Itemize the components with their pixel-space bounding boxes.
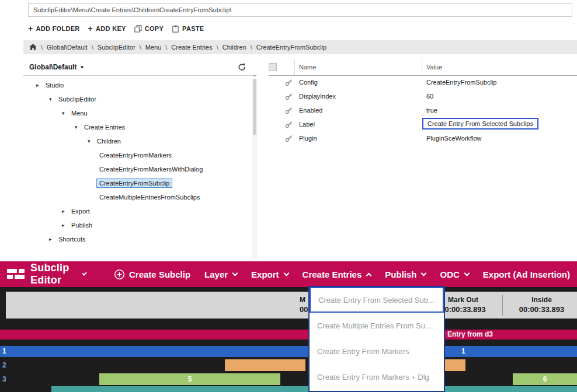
breadcrumb-segment-global-default[interactable]: Global\Default [47, 44, 88, 51]
collapse-arrow-icon[interactable]: ▾ [62, 110, 71, 116]
paste-button[interactable]: PASTE [172, 25, 204, 33]
collapse-arrow-icon[interactable]: ▾ [88, 138, 97, 144]
table-row-config[interactable]: Config CreateEntryFromSubclip [269, 76, 577, 90]
track-3-clip[interactable]: 6 [513, 373, 577, 385]
scrollbar-thumb[interactable] [253, 79, 256, 135]
tree-item-label: Studio [46, 82, 64, 89]
breadcrumb-segment-subclipeditor[interactable]: SubclipEditor [98, 44, 135, 51]
tree-item-menu[interactable]: ▾ Menu [23, 106, 251, 120]
select-all-checkbox[interactable] [269, 63, 277, 71]
main-menu: Create Subclip Layer Export Create Entri… [114, 269, 570, 280]
collapse-arrow-icon[interactable]: ▾ [49, 96, 58, 102]
property-name: DisplayIndex [299, 93, 336, 100]
tree-item-createentryfromsubclip-selected[interactable]: CreateEntryFromSubclip [23, 176, 251, 190]
copy-button[interactable]: COPY [134, 25, 164, 33]
track-3-clip[interactable]: 5 [99, 373, 280, 385]
menu-export[interactable]: Export [251, 270, 288, 279]
menu-item-create-entry-from-selected-subclips[interactable]: Create Entry From Selected Sub... [310, 287, 444, 313]
menu-create-entries-open[interactable]: Create Entries [303, 270, 371, 279]
expand-arrow-icon[interactable]: ▸ [36, 82, 46, 88]
tree-item-publish[interactable]: ▸ Publish [23, 218, 251, 232]
timeline-track-1[interactable]: 1 1 [0, 346, 577, 357]
menu-export-ad-insertion-label: Export (Ad Insertion) [483, 270, 570, 279]
property-name: Enabled [299, 107, 322, 114]
create-subclip-label: Create Subclip [129, 270, 190, 279]
tree-item-label: CreateEntryFromMarkersWithDialog [99, 166, 203, 173]
collapse-arrow-icon[interactable]: ▾ [75, 124, 84, 130]
menu-odc-label: ODC [440, 270, 459, 279]
tree-root-label: Global\Default [29, 63, 77, 71]
breadcrumb-segment-menu[interactable]: Menu [145, 44, 162, 51]
scroll-up-icon[interactable]: ▴ [252, 72, 257, 78]
home-icon[interactable] [29, 44, 37, 51]
menu-item-create-entry-from-markers-dlg[interactable]: Create Entry From Markers + Dlg [310, 364, 444, 390]
create-entries-dropdown: Create Entry From Selected Sub... Create… [308, 286, 445, 392]
copy-label: COPY [145, 25, 164, 32]
breadcrumb-segment-create-entries[interactable]: Create Entries [171, 44, 212, 51]
table-row-enabled[interactable]: Enabled true [269, 104, 577, 118]
table-row-label[interactable]: Label Create Entry From Selected Subclip… [269, 118, 577, 132]
app-title: Subclip Editor [30, 262, 78, 286]
property-value[interactable]: 60 [426, 93, 433, 100]
breadcrumb-separator: \ [41, 44, 43, 51]
menu-export-ad-insertion[interactable]: Export (Ad Insertion) [483, 270, 570, 279]
tree-item-label: CreateEntryFromMarkers [99, 152, 172, 159]
menu-item-create-entry-from-markers[interactable]: Create Entry From Markers [310, 338, 444, 364]
menu-layer-label: Layer [204, 270, 228, 279]
property-value[interactable]: true [426, 107, 437, 114]
expand-arrow-icon[interactable]: ▸ [62, 208, 71, 214]
track-2-clip[interactable] [225, 359, 305, 371]
tree-root-selector[interactable]: Global\Default ▾ [23, 58, 257, 76]
paste-label: PASTE [182, 25, 204, 32]
new-entry-clip[interactable]: New Entry from d3 [0, 330, 577, 340]
tree-scrollbar[interactable] [252, 78, 257, 259]
column-header-name: Name [299, 64, 316, 71]
refresh-icon[interactable] [237, 62, 246, 72]
paste-icon [172, 25, 179, 33]
create-subclip-button[interactable]: Create Subclip [114, 269, 190, 280]
tree-item-createmultipleentriesfromsubclips[interactable]: CreateMultipleEntriesFromSubclips [23, 190, 251, 204]
expand-arrow-icon[interactable]: ▸ [62, 222, 71, 228]
tree-body: ▸ Studio ▾ SubclipEditor ▾ Menu ▾ Create… [23, 78, 251, 259]
app-title-menu[interactable]: Subclip Editor [30, 262, 86, 286]
tree-item-export[interactable]: ▸ Export [23, 204, 251, 218]
tree-item-createentryfrommarkers[interactable]: CreateEntryFromMarkers [23, 148, 251, 162]
breadcrumb-segment-createentryfromsubclip[interactable]: CreateEntryFromSubclip [256, 44, 326, 51]
tree-item-studio[interactable]: ▸ Studio [23, 78, 251, 92]
chevron-down-icon [283, 270, 289, 276]
tree-item-shortcuts[interactable]: ▸ Shortcuts [23, 232, 251, 246]
key-icon [285, 93, 293, 100]
menu-layer[interactable]: Layer [204, 270, 237, 279]
tree-item-children[interactable]: ▾ Children [23, 134, 251, 148]
menu-publish[interactable]: Publish [385, 270, 426, 279]
path-input[interactable] [28, 3, 572, 17]
menu-publish-label: Publish [385, 270, 416, 279]
table-row-displayindex[interactable]: DisplayIndex 60 [269, 90, 577, 104]
timecode-info-bar: M 00: Mark Out 00:00:33.893 Inside 00:00… [6, 292, 577, 318]
property-value[interactable]: PluginSceWorkflow [426, 135, 482, 142]
table-row-plugin[interactable]: Plugin PluginSceWorkflow [269, 132, 577, 146]
chevron-down-icon [464, 270, 470, 276]
add-folder-button[interactable]: + ADD FOLDER [28, 24, 80, 33]
menu-odc[interactable]: ODC [440, 270, 468, 279]
property-value-highlighted[interactable]: Create Entry From Selected Subclips [422, 118, 538, 130]
timeline-stage: M 00: Mark Out 00:00:33.893 Inside 00:00… [0, 287, 577, 392]
property-name: Label [299, 121, 315, 128]
add-key-label: ADD KEY [96, 25, 126, 32]
tree-item-label: Export [71, 208, 90, 215]
tree-item-subclipeditor[interactable]: ▾ SubclipEditor [23, 92, 251, 106]
track-1-number: 1 [2, 347, 6, 355]
key-icon [285, 79, 293, 86]
property-value[interactable]: CreateEntryFromSubclip [426, 79, 496, 86]
breadcrumb-separator: \ [165, 44, 167, 51]
tree-item-createentryfrommarkerswithdialog[interactable]: CreateEntryFromMarkersWithDialog [23, 162, 251, 176]
tree-item-create-entries[interactable]: ▾ Create Entries [23, 120, 251, 134]
breadcrumb-segment-children[interactable]: Children [223, 44, 246, 51]
breadcrumb-separator: \ [92, 44, 93, 51]
tree-item-label: SubclipEditor [58, 96, 96, 103]
tree-item-label: Create Entries [84, 124, 125, 131]
add-key-button[interactable]: + ADD KEY [88, 24, 126, 33]
expand-arrow-icon[interactable]: ▸ [49, 236, 58, 242]
menu-item-create-multiple-entries-from-subclips[interactable]: Create Multiple Entries From Su... [310, 313, 444, 338]
tree-item-label: Menu [71, 110, 88, 117]
